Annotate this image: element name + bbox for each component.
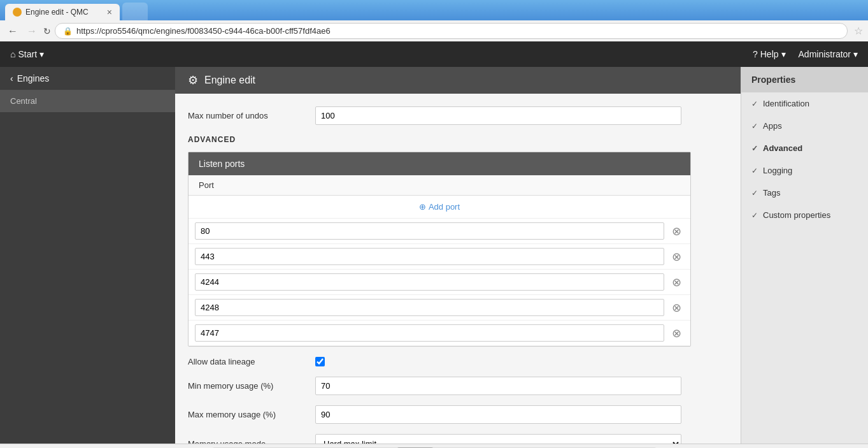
prop-label-apps: Apps bbox=[763, 121, 782, 131]
prop-check-logging: ✓ bbox=[751, 166, 758, 175]
max-undos-input[interactable] bbox=[315, 106, 681, 125]
browser-toolbar: ← → ↻ 🔒 ☆ bbox=[0, 20, 868, 41]
port-input-2[interactable] bbox=[195, 273, 664, 291]
reload-button[interactable]: ↻ bbox=[43, 26, 51, 36]
add-port-row: ⊕ Add port bbox=[189, 196, 690, 219]
allow-data-lineage-checkbox[interactable] bbox=[315, 357, 325, 366]
sidebar-back-label: Engines bbox=[17, 73, 50, 83]
port-remove-button-3[interactable]: ⊗ bbox=[669, 302, 684, 314]
add-circle-icon: ⊕ bbox=[419, 202, 426, 212]
max-memory-label: Max memory usage (%) bbox=[188, 410, 315, 419]
memory-mode-label: Memory usage mode bbox=[188, 439, 315, 444]
port-input-4[interactable] bbox=[195, 324, 664, 342]
sidebar-item-central[interactable]: Central bbox=[0, 90, 175, 112]
admin-label: Administrator bbox=[799, 49, 851, 59]
max-memory-input[interactable] bbox=[315, 405, 681, 424]
back-button[interactable]: ← bbox=[5, 24, 20, 38]
allow-data-lineage-label: Allow data lineage bbox=[188, 357, 315, 366]
max-undos-label: Max number of undos bbox=[188, 111, 315, 120]
tab-close-button[interactable]: × bbox=[107, 7, 112, 17]
tab-title: Engine edit - QMC bbox=[25, 8, 89, 17]
content-area: Max number of undos ADVANCED Listen port… bbox=[175, 94, 741, 444]
min-memory-row: Min memory usage (%) bbox=[188, 377, 728, 395]
advanced-section-label: ADVANCED bbox=[188, 135, 728, 144]
sidebar-back-button[interactable]: ‹ Engines bbox=[0, 67, 175, 90]
prop-check-custom-properties: ✓ bbox=[751, 211, 758, 220]
port-remove-button-1[interactable]: ⊗ bbox=[669, 251, 684, 263]
address-bar: 🔒 bbox=[55, 23, 848, 39]
prop-check-tags: ✓ bbox=[751, 189, 758, 198]
prop-item-logging[interactable]: ✓ Logging bbox=[741, 159, 868, 182]
browser-tab[interactable]: Engine edit - QMC × bbox=[5, 4, 120, 20]
port-row-1: ⊗ bbox=[189, 244, 690, 270]
add-port-label: Add port bbox=[429, 202, 460, 212]
help-button[interactable]: ? Help ▾ bbox=[753, 49, 786, 59]
prop-item-identification[interactable]: ✓ Identification bbox=[741, 92, 868, 115]
port-row-0: ⊗ bbox=[189, 219, 690, 244]
memory-mode-select[interactable]: Hard max limit Soft max limit Disabled bbox=[315, 434, 681, 444]
url-input[interactable] bbox=[76, 26, 839, 36]
start-label: Start bbox=[18, 49, 37, 59]
allow-data-lineage-row: Allow data lineage bbox=[188, 357, 728, 366]
listen-ports-table: Listen ports Port ⊕ Add port ⊗ bbox=[188, 152, 691, 347]
app-header: ⌂ Start ▾ ? Help ▾ Administrator ▾ bbox=[0, 41, 868, 67]
properties-sidebar: Properties ✓ Identification ✓ Apps ✓ Adv… bbox=[741, 67, 868, 444]
properties-title: Properties bbox=[741, 67, 868, 92]
page-header: ⚙ Engine edit bbox=[175, 67, 741, 94]
port-input-0[interactable] bbox=[195, 222, 664, 240]
start-button[interactable]: ⌂ Start ▾ bbox=[10, 49, 44, 59]
sidebar-item-central-label: Central bbox=[10, 96, 37, 106]
app-body: ‹ Engines Central ⚙ Engine edit Max numb… bbox=[0, 67, 868, 444]
prop-item-advanced[interactable]: ✓ Advanced bbox=[741, 137, 868, 159]
lock-icon: 🔒 bbox=[63, 27, 73, 36]
admin-dropdown-icon: ▾ bbox=[853, 49, 858, 59]
admin-button[interactable]: Administrator ▾ bbox=[799, 49, 858, 59]
port-input-1[interactable] bbox=[195, 248, 664, 265]
help-icon: ? bbox=[753, 49, 758, 59]
back-chevron-icon: ‹ bbox=[10, 73, 13, 83]
forward-button[interactable]: → bbox=[24, 24, 39, 38]
port-column-header: Port bbox=[189, 175, 690, 196]
start-dropdown-icon: ▾ bbox=[39, 49, 44, 59]
add-port-button[interactable]: ⊕ Add port bbox=[419, 202, 460, 212]
prop-item-apps[interactable]: ✓ Apps bbox=[741, 115, 868, 137]
prop-label-advanced: Advanced bbox=[763, 143, 802, 153]
prop-check-advanced: ✓ bbox=[751, 144, 758, 153]
max-undos-row: Max number of undos bbox=[188, 106, 728, 125]
prop-item-tags[interactable]: ✓ Tags bbox=[741, 182, 868, 204]
help-dropdown-icon: ▾ bbox=[781, 49, 786, 59]
bookmark-star-icon[interactable]: ☆ bbox=[854, 25, 863, 37]
listen-ports-header: Listen ports bbox=[189, 152, 690, 175]
prop-label-logging: Logging bbox=[763, 166, 792, 175]
new-tab-button[interactable] bbox=[122, 3, 148, 20]
max-memory-row: Max memory usage (%) bbox=[188, 405, 728, 424]
port-row-2: ⊗ bbox=[189, 270, 690, 295]
page-title: Engine edit bbox=[204, 75, 255, 86]
tab-favicon bbox=[13, 8, 22, 17]
sidebar: ‹ Engines Central bbox=[0, 67, 175, 444]
port-row-3: ⊗ bbox=[189, 295, 690, 321]
prop-label-identification: Identification bbox=[763, 99, 809, 108]
prop-check-identification: ✓ bbox=[751, 99, 758, 108]
port-input-3[interactable] bbox=[195, 299, 664, 316]
prop-label-custom-properties: Custom properties bbox=[763, 210, 830, 220]
port-row-4: ⊗ bbox=[189, 321, 690, 346]
prop-label-tags: Tags bbox=[763, 188, 780, 198]
port-remove-button-2[interactable]: ⊗ bbox=[669, 277, 684, 288]
main-content: ⚙ Engine edit Max number of undos ADVANC… bbox=[175, 67, 741, 444]
home-icon: ⌂ bbox=[10, 49, 15, 59]
bottom-scrollbar bbox=[0, 444, 868, 448]
memory-mode-row: Memory usage mode Hard max limit Soft ma… bbox=[188, 434, 728, 444]
prop-item-custom-properties[interactable]: ✓ Custom properties bbox=[741, 204, 868, 226]
gear-icon: ⚙ bbox=[188, 73, 198, 87]
port-remove-button-0[interactable]: ⊗ bbox=[669, 226, 684, 237]
min-memory-input[interactable] bbox=[315, 377, 681, 395]
help-label: Help bbox=[760, 49, 779, 59]
min-memory-label: Min memory usage (%) bbox=[188, 381, 315, 391]
port-remove-button-4[interactable]: ⊗ bbox=[669, 328, 684, 339]
prop-check-apps: ✓ bbox=[751, 122, 758, 131]
